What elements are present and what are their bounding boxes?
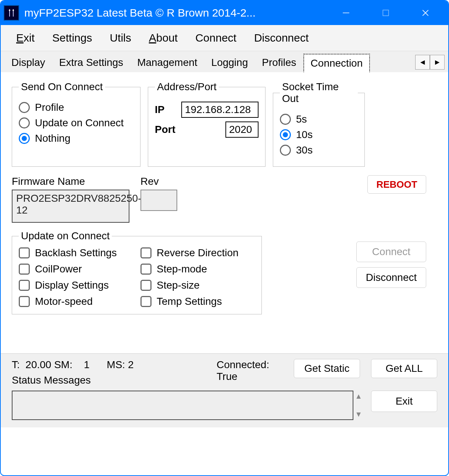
menubar: Exit Settings Utils About Connect Discon… [1,25,448,51]
firmware-rev-label: Rev [140,176,177,187]
check-row-step-size[interactable]: Step-size [140,279,255,291]
firmware-rev-value [140,190,177,211]
connected-value: True [217,371,283,382]
radio-row-update-on-connect[interactable]: Update on Connect [19,117,133,129]
status-messages-textarea[interactable] [12,391,353,420]
tab-management[interactable]: Management [130,53,204,72]
connect-button[interactable]: Connect [356,241,426,262]
checkbox-step-size[interactable] [140,280,152,291]
check-row-motor-speed[interactable]: Motor-speed [19,296,133,307]
tab-extra-settings[interactable]: Extra Settings [52,53,130,72]
radio-update-label: Update on Connect [35,117,124,129]
disconnect-button[interactable]: Disconnect [356,267,426,288]
checkbox-motorspeed-label: Motor-speed [35,296,93,307]
close-button[interactable] [406,1,445,25]
legend-address-port: Address/Port [155,81,219,93]
status-bar: T: 20.00 SM: 1 MS: 2 Status Messages Con… [1,353,448,427]
spin-up-icon[interactable]: ▲ [355,392,362,401]
menu-about[interactable]: About [149,32,178,44]
ip-label: IP [155,104,177,116]
group-update-on-connect: Update on Connect Backlash Settings Reve… [12,230,262,314]
checkbox-display-label: Display Settings [35,279,109,291]
titlebar: myFP2ESP32 Latest Beta © R Brown 2014-2.… [1,1,448,25]
get-all-button[interactable]: Get ALL [371,359,437,378]
svg-point-2 [9,10,10,11]
checkbox-temp-settings[interactable] [140,296,152,307]
tab-display[interactable]: Display [4,53,52,72]
checkbox-reverse-direction[interactable] [140,247,152,258]
check-row-backlash[interactable]: Backlash Settings [19,247,133,259]
radio-nothing[interactable] [19,133,30,144]
radio-10s-label: 10s [296,129,313,141]
tab-connection[interactable]: Connection [303,54,370,73]
minimize-button[interactable] [326,1,366,25]
radio-row-profile[interactable]: Profile [19,102,133,113]
group-address-port: Address/Port IP 192.168.2.128 Port 2020 [148,81,266,167]
radio-update-on-connect[interactable] [19,117,30,128]
firmware-name-value: PRO2ESP32DRV8825250-12 [12,190,129,223]
radio-row-10s[interactable]: 10s [280,129,358,141]
radio-5s[interactable] [280,114,291,125]
group-socket-timeout: Socket Time Out 5s 10s 30s [273,81,365,167]
radio-nothing-label: Nothing [35,133,71,144]
checkbox-stepmode-label: Step-mode [157,263,207,275]
group-send-on-connect: Send On Connect Profile Update on Connec… [12,81,140,167]
check-row-coilpower[interactable]: CoilPower [19,263,133,275]
legend-socket-timeout: Socket Time Out [280,81,358,105]
radio-30s[interactable] [280,145,291,156]
menu-disconnect[interactable]: Disconnect [254,32,309,44]
check-row-step-mode[interactable]: Step-mode [140,263,255,275]
maximize-button[interactable] [366,1,406,25]
checkbox-backlash-label: Backlash Settings [35,247,117,259]
radio-5s-label: 5s [296,113,307,125]
tabstrip: Display Extra Settings Management Loggin… [1,51,448,72]
exit-button[interactable]: Exit [371,391,437,412]
checkbox-stepsize-label: Step-size [157,279,200,291]
radio-10s[interactable] [280,129,291,140]
tab-logging[interactable]: Logging [204,53,255,72]
radio-row-nothing[interactable]: Nothing [19,133,133,144]
radio-profile[interactable] [19,102,30,113]
status-telemetry: T: 20.00 SM: 1 MS: 2 [12,359,206,371]
radio-30s-label: 30s [296,144,313,156]
checkbox-backlash[interactable] [19,247,30,258]
menu-connect[interactable]: Connect [195,32,236,44]
menu-utils[interactable]: Utils [110,32,131,44]
check-row-temp-settings[interactable]: Temp Settings [140,296,255,307]
reboot-button[interactable]: REBOOT [367,175,426,194]
menu-exit[interactable]: Exit [16,32,35,44]
tab-profiles[interactable]: Profiles [255,53,303,72]
get-static-button[interactable]: Get Static [294,359,360,378]
check-row-display-settings[interactable]: Display Settings [19,279,133,291]
checkbox-coilpower-label: CoilPower [35,263,82,275]
radio-profile-label: Profile [35,102,64,113]
port-input[interactable]: 2020 [225,121,259,138]
menu-settings[interactable]: Settings [52,32,92,44]
check-row-reverse-direction[interactable]: Reverse Direction [140,247,255,259]
port-label: Port [155,124,177,135]
tab-scroll-right[interactable]: ▶ [430,55,445,70]
app-icon [4,5,19,21]
legend-update-on-connect: Update on Connect [19,230,112,242]
ip-input[interactable]: 192.168.2.128 [181,102,259,118]
firmware-name-label: Firmware Name [12,176,129,187]
legend-send-on-connect: Send On Connect [19,81,105,93]
svg-rect-5 [383,10,388,15]
checkbox-step-mode[interactable] [140,264,152,275]
radio-row-5s[interactable]: 5s [280,113,358,125]
spin-down-icon[interactable]: ▼ [355,410,362,419]
status-messages-label: Status Messages [12,374,206,386]
checkbox-temp-label: Temp Settings [157,296,222,307]
connected-label: Connected: [217,359,283,371]
tab-content-connection: Send On Connect Profile Update on Connec… [1,72,448,353]
checkbox-reverse-label: Reverse Direction [157,247,239,259]
checkbox-motor-speed[interactable] [19,296,30,307]
radio-row-30s[interactable]: 30s [280,144,358,156]
checkbox-display-settings[interactable] [19,280,30,291]
checkbox-coilpower[interactable] [19,264,30,275]
svg-point-3 [13,10,14,11]
window-title: myFP2ESP32 Latest Beta © R Brown 2014-2.… [24,7,326,19]
tab-scroll-left[interactable]: ◀ [415,55,430,70]
